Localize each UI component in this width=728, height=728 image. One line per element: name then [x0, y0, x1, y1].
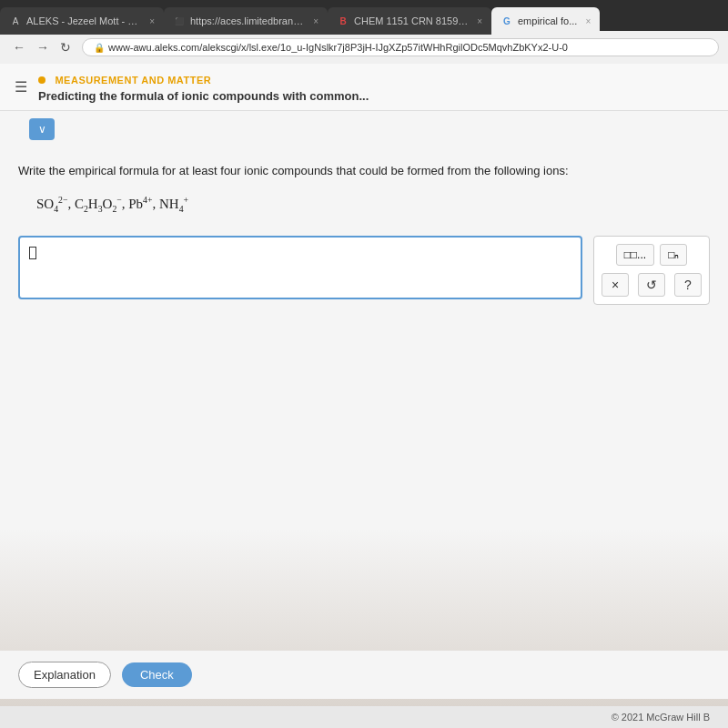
- action-row: × ↺ ?: [602, 273, 702, 297]
- answer-section: □□... □ₙ × ↺ ?: [18, 236, 710, 305]
- question-text: Write the empirical formula for at least…: [18, 162, 710, 180]
- url-text: www-awu.aleks.com/alekscgi/x/lsl.exe/1o_…: [108, 42, 568, 53]
- forward-button[interactable]: →: [33, 38, 53, 56]
- section-dot: [38, 76, 46, 84]
- footer-text: © 2021 McGraw Hill B: [612, 712, 710, 723]
- explanation-button[interactable]: Explanation: [18, 662, 111, 688]
- tab-google[interactable]: G empirical fo... ×: [491, 7, 600, 35]
- tab-google-label: empirical fo...: [518, 15, 577, 26]
- tab-aleks-close[interactable]: ×: [149, 16, 155, 26]
- question-area: Write the empirical formula for at least…: [0, 147, 728, 319]
- hamburger-button[interactable]: ☰: [15, 78, 27, 96]
- tab-bar: A ALEKS - Jezeel Mott - Learn × ⬛ https:…: [0, 0, 728, 31]
- section-label-row: MEASUREMENT AND MATTER: [38, 71, 369, 87]
- tab-limitedbrands-close[interactable]: ×: [313, 16, 318, 26]
- symbol-panel: □□... □ₙ × ↺ ?: [593, 236, 710, 305]
- section-label: MEASUREMENT AND MATTER: [55, 75, 211, 86]
- help-button[interactable]: ?: [674, 273, 702, 297]
- google-tab-icon: G: [500, 15, 513, 27]
- page-nav: ☰ MEASUREMENT AND MATTER Predicting the …: [0, 64, 728, 111]
- subscript-button-label: □□...: [624, 248, 647, 261]
- check-button[interactable]: Check: [122, 662, 192, 687]
- bottom-bar: Explanation Check: [0, 651, 728, 699]
- nav-buttons: ← → ↻: [9, 38, 75, 56]
- aleks-tab-icon: A: [9, 15, 22, 27]
- chem-tab-icon: B: [337, 15, 349, 27]
- address-bar: ← → ↻ 🔒 www-awu.aleks.com/alekscgi/x/lsl…: [0, 31, 728, 64]
- collapse-button-container: ∨: [0, 111, 728, 147]
- tab-aleks[interactable]: A ALEKS - Jezeel Mott - Learn ×: [0, 7, 164, 35]
- tab-chem-close[interactable]: ×: [477, 16, 482, 26]
- subscript-button[interactable]: □□...: [616, 244, 655, 266]
- superscript-button[interactable]: □ₙ: [660, 244, 687, 266]
- lock-icon: 🔒: [94, 43, 105, 53]
- superscript-button-label: □ₙ: [668, 248, 679, 261]
- collapse-button[interactable]: ∨: [29, 118, 55, 140]
- reload-button[interactable]: ↻: [56, 38, 75, 56]
- clear-button[interactable]: ×: [602, 273, 629, 297]
- limitedbrands-tab-icon: ⬛: [173, 15, 186, 27]
- help-button-label: ?: [684, 278, 692, 292]
- check-button-label: Check: [140, 668, 174, 682]
- nav-header-text: MEASUREMENT AND MATTER Predicting the fo…: [38, 71, 369, 103]
- tab-limitedbrands-label: https://aces.limitedbrands.com: [190, 15, 305, 26]
- ions-display: SO42−, C2H3O2−, Pb4+, NH4+: [18, 195, 710, 214]
- tab-chem[interactable]: B CHEM 1151 CRN 81598 Syllabu ×: [328, 7, 491, 35]
- page-content: ☰ MEASUREMENT AND MATTER Predicting the …: [0, 64, 728, 728]
- tab-google-close[interactable]: ×: [585, 16, 591, 26]
- browser-chrome: A ALEKS - Jezeel Mott - Learn × ⬛ https:…: [0, 0, 728, 64]
- answer-input-box[interactable]: [18, 236, 582, 299]
- undo-button-label: ↺: [646, 278, 657, 292]
- clear-button-label: ×: [612, 278, 619, 292]
- tab-aleks-label: ALEKS - Jezeel Mott - Learn: [26, 15, 141, 26]
- symbol-row-1: □□... □ₙ: [602, 244, 702, 266]
- tab-chem-label: CHEM 1151 CRN 81598 Syllabu: [354, 15, 469, 26]
- undo-button[interactable]: ↺: [638, 273, 665, 297]
- url-bar[interactable]: 🔒 www-awu.aleks.com/alekscgi/x/lsl.exe/1…: [82, 38, 719, 56]
- explanation-button-label: Explanation: [34, 668, 96, 682]
- cursor-indicator: [29, 247, 36, 259]
- tab-limitedbrands[interactable]: ⬛ https://aces.limitedbrands.com ×: [164, 7, 328, 35]
- back-button[interactable]: ←: [9, 38, 29, 56]
- page-footer: © 2021 McGraw Hill B: [0, 706, 728, 728]
- section-title: Predicting the formula of ionic compound…: [38, 89, 369, 103]
